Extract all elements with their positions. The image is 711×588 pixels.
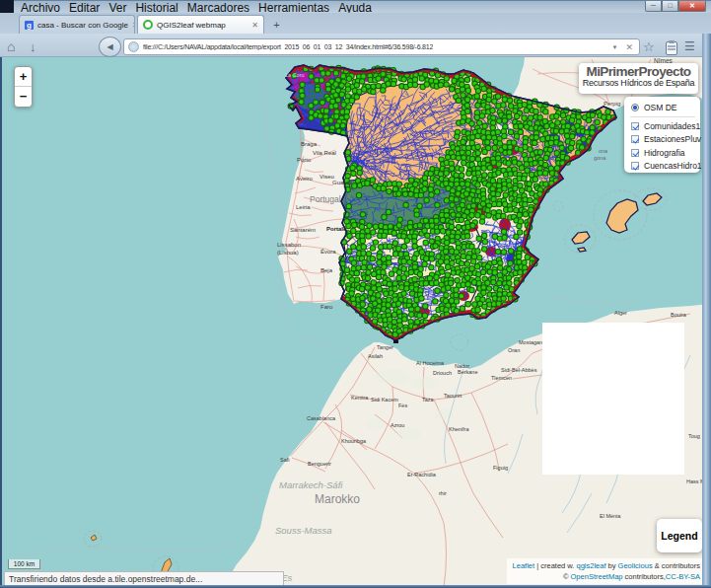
- svg-text:Évora: Évora: [320, 249, 336, 255]
- svg-text:Figuig: Figuig: [493, 465, 508, 471]
- svg-text:El Ménia: El Ménia: [600, 513, 621, 519]
- svg-text:rhir: rhir: [439, 490, 447, 496]
- svg-text:Perpig: Perpig: [604, 101, 620, 107]
- svg-text:Taourirt: Taourirt: [444, 393, 462, 399]
- svg-text:(Lisboa): (Lisboa): [277, 250, 299, 256]
- svg-text:Marrakech-Sáfi: Marrakech-Sáfi: [279, 479, 343, 490]
- svg-text:Leiria: Leiria: [296, 204, 311, 210]
- svg-text:Braga: Braga: [301, 141, 318, 147]
- svg-text:Aveiro: Aveiro: [296, 176, 314, 182]
- svg-text:Portugal: Portugal: [310, 194, 341, 204]
- svg-text:Toug: Toug: [688, 433, 700, 439]
- svg-text:Al Hoceima: Al Hoceima: [416, 360, 445, 366]
- svg-text:Souss-Massa: Souss-Massa: [275, 525, 332, 536]
- svg-text:Hass M: Hass M: [686, 478, 702, 484]
- svg-text:Tanger: Tanger: [377, 344, 393, 350]
- svg-text:Beja: Beja: [320, 267, 333, 273]
- svg-text:Asilah: Asilah: [368, 353, 383, 359]
- svg-text:Azrou: Azrou: [391, 422, 404, 428]
- svg-text:Tlemcen: Tlemcen: [491, 375, 512, 381]
- svg-text:Driouch: Driouch: [433, 370, 452, 376]
- svg-text:Vila Real: Vila Real: [313, 150, 336, 156]
- svg-text:Bouira: Bouira: [671, 312, 687, 318]
- svg-text:La Coru: La Coru: [285, 72, 305, 78]
- svg-text:Alger: Alger: [614, 310, 627, 316]
- svg-text:Faro: Faro: [320, 304, 333, 310]
- svg-text:Fès: Fès: [398, 403, 407, 408]
- svg-text:Khenifra: Khenifra: [449, 426, 469, 432]
- svg-text:Sidi Kacem: Sidi Kacem: [371, 397, 398, 403]
- svg-text:Guarda: Guarda: [332, 180, 353, 185]
- svg-text:Porto: Porto: [297, 157, 312, 163]
- svg-text:Taza: Taza: [422, 397, 435, 403]
- svg-text:Casablanca: Casablanca: [307, 415, 336, 421]
- svg-text:Portale: Portale: [326, 226, 347, 232]
- svg-text:gona: gona: [594, 155, 606, 161]
- svg-text:Kenitra: Kenitra: [351, 395, 369, 401]
- svg-text:Khouribga: Khouribga: [341, 438, 367, 444]
- svg-text:ona: ona: [599, 148, 608, 154]
- svg-text:Benguerir: Benguerir: [308, 461, 331, 467]
- svg-text:Oran: Oran: [508, 347, 520, 353]
- svg-text:Berkane: Berkane: [458, 369, 478, 375]
- svg-text:Lissabon: Lissabon: [277, 242, 301, 248]
- svg-text:Marokko: Marokko: [315, 492, 360, 506]
- svg-text:Santarém: Santarém: [290, 227, 316, 233]
- svg-text:Er-Rachidia: Er-Rachidia: [407, 472, 437, 478]
- svg-text:Sidi-Bel-Abbès: Sidi-Bel-Abbès: [501, 367, 537, 373]
- svg-text:Nador: Nador: [455, 363, 469, 369]
- svg-text:Safi: Safi: [280, 457, 289, 463]
